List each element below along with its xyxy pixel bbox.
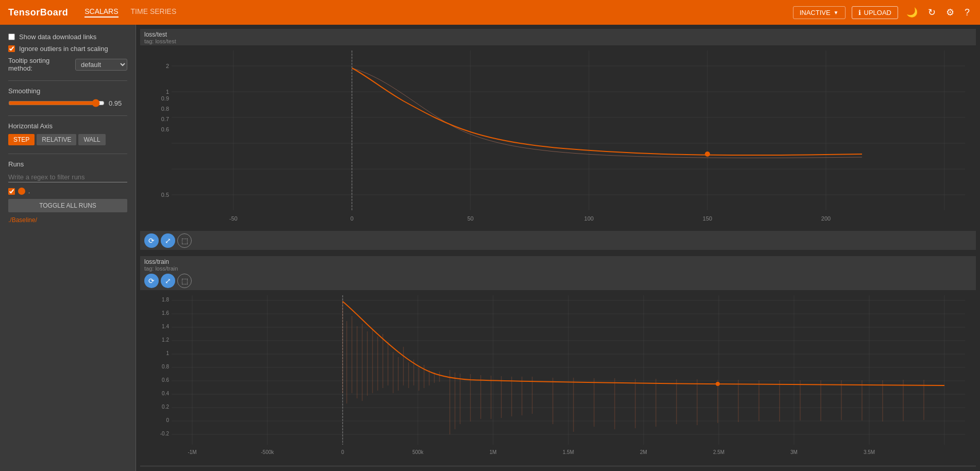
svg-text:-50: -50 (229, 215, 238, 222)
axis-step-button[interactable]: STEP (8, 134, 35, 145)
ignore-outliers-row[interactable]: Ignore outliers in chart scaling (8, 45, 127, 53)
svg-text:-1M: -1M (188, 449, 196, 455)
horizontal-axis-section: Horizontal Axis STEP RELATIVE WALL (8, 122, 127, 145)
layout: Show data download links Ignore outliers… (0, 25, 980, 471)
nav-scalars[interactable]: SCALARS (85, 7, 118, 18)
svg-text:0.9: 0.9 (161, 95, 169, 102)
run-color-dot (18, 188, 25, 195)
download-button[interactable]: ⬚ (177, 233, 192, 248)
divider-1 (8, 80, 127, 81)
refresh-button[interactable]: ↻ (926, 5, 938, 20)
svg-text:-0.2: -0.2 (160, 431, 170, 436)
svg-point-28 (705, 152, 710, 157)
svg-text:0: 0 (341, 449, 344, 455)
zoom-pan-button-2[interactable]: ⟳ (144, 274, 159, 288)
chart-loss-test-controls: ⟳ ⤢ ⬚ (140, 232, 976, 250)
svg-text:0.7: 0.7 (161, 116, 169, 122)
svg-rect-0 (141, 45, 975, 231)
run-baseline-label: ./Baseline/ (8, 216, 127, 224)
chart-loss-train: loss/train tag: loss/train ⟳ ⤢ ⬚ (140, 256, 976, 467)
data-settings-section: Show data download links Ignore outliers… (8, 33, 127, 72)
run-row: . (8, 188, 127, 195)
svg-text:0.6: 0.6 (161, 126, 169, 132)
info-icon: ℹ (858, 9, 861, 16)
svg-text:0.8: 0.8 (162, 364, 169, 369)
show-download-row[interactable]: Show data download links (8, 33, 127, 41)
main-content: loss/test tag: loss/test (136, 25, 980, 471)
zoom-pan-button[interactable]: ⟳ (144, 233, 159, 248)
smoothing-row: 0.95 (8, 99, 127, 107)
svg-text:0: 0 (350, 215, 353, 222)
run-checkbox[interactable] (8, 188, 15, 195)
svg-text:2: 2 (166, 63, 169, 69)
upload-button[interactable]: ℹ UPLOAD (852, 6, 898, 19)
svg-text:1.2: 1.2 (162, 337, 169, 343)
smoothing-section: Smoothing 0.95 (8, 87, 127, 107)
svg-text:500k: 500k (412, 449, 424, 455)
axis-wall-button[interactable]: WALL (78, 134, 105, 145)
chart-loss-test: loss/test tag: loss/test (140, 29, 976, 250)
download-button-2[interactable]: ⬚ (177, 274, 192, 288)
svg-text:1M: 1M (489, 449, 497, 455)
help-button[interactable]: ? (962, 5, 972, 20)
show-download-checkbox[interactable] (8, 33, 15, 40)
darkmode-button[interactable]: 🌙 (904, 5, 920, 20)
chart-loss-train-controls-top: ⟳ ⤢ ⬚ (140, 273, 976, 290)
runs-filter-input[interactable] (8, 172, 127, 182)
svg-text:50: 50 (467, 215, 474, 222)
nav-time-series[interactable]: TIME SERIES (131, 7, 177, 18)
divider-2 (8, 115, 127, 116)
svg-text:1.8: 1.8 (162, 297, 169, 302)
dropdown-arrow-icon: ▼ (834, 10, 839, 15)
chart-loss-train-tag: tag: loss/train (140, 265, 976, 273)
svg-text:1.5M: 1.5M (563, 449, 574, 455)
svg-text:1: 1 (166, 89, 169, 95)
chart-loss-test-svg: 2 1 0.9 0.8 0.7 0.6 0.5 -50 0 50 100 150… (140, 45, 976, 231)
svg-point-123 (716, 382, 720, 386)
runs-label: Runs (8, 160, 127, 168)
svg-text:0: 0 (166, 417, 169, 423)
svg-rect-29 (141, 290, 975, 465)
ignore-outliers-checkbox[interactable] (8, 45, 15, 52)
fit-button-2[interactable]: ⤢ (161, 274, 175, 288)
axis-relative-button[interactable]: RELATIVE (37, 134, 76, 145)
svg-text:1.6: 1.6 (162, 310, 169, 316)
runs-section: Runs . TOGGLE ALL RUNS ./Baseline/ (8, 160, 127, 224)
svg-text:200: 200 (821, 215, 831, 222)
axis-button-group: STEP RELATIVE WALL (8, 134, 127, 145)
svg-text:1.4: 1.4 (162, 324, 169, 329)
logo: TensorBoard (8, 7, 68, 18)
svg-text:2.5M: 2.5M (713, 449, 724, 455)
svg-text:100: 100 (584, 215, 594, 222)
header-right: INACTIVE ▼ ℹ UPLOAD 🌙 ↻ ⚙ ? (793, 5, 972, 20)
run-dot-label: . (28, 188, 30, 194)
svg-text:3M: 3M (790, 449, 798, 455)
fit-button[interactable]: ⤢ (161, 233, 175, 248)
toggle-all-button[interactable]: TOGGLE ALL RUNS (8, 199, 127, 212)
tooltip-select[interactable]: default ascending descending nearest (75, 59, 127, 71)
svg-text:-500k: -500k (261, 449, 274, 455)
horizontal-axis-label: Horizontal Axis (8, 122, 127, 130)
divider-3 (8, 154, 127, 154)
chart-loss-train-svg: 1.8 1.6 1.4 1.2 1 0.8 0.6 0.4 0.2 0 -0.2… (140, 290, 976, 465)
smoothing-label: Smoothing (8, 87, 127, 95)
svg-text:2M: 2M (640, 449, 647, 455)
smoothing-slider[interactable] (8, 99, 105, 107)
chart-loss-test-title: loss/test (140, 29, 976, 38)
header: TensorBoard SCALARS TIME SERIES INACTIVE… (0, 0, 980, 25)
tooltip-row: Tooltip sorting method: default ascendin… (8, 57, 127, 72)
inactive-button[interactable]: INACTIVE ▼ (793, 6, 846, 19)
svg-text:0.6: 0.6 (162, 377, 169, 383)
svg-text:150: 150 (703, 215, 712, 222)
svg-text:1: 1 (166, 350, 169, 356)
chart-loss-test-tag: tag: loss/test (140, 38, 976, 45)
svg-text:0.4: 0.4 (162, 391, 169, 396)
sidebar: Show data download links Ignore outliers… (0, 25, 136, 471)
svg-text:3.5M: 3.5M (864, 449, 875, 455)
chart-loss-train-title: loss/train (140, 256, 976, 265)
svg-text:0.2: 0.2 (162, 404, 169, 410)
smoothing-value: 0.95 (109, 99, 127, 107)
nav: SCALARS TIME SERIES (85, 7, 176, 18)
settings-button[interactable]: ⚙ (944, 5, 956, 20)
svg-text:0.5: 0.5 (161, 192, 169, 198)
